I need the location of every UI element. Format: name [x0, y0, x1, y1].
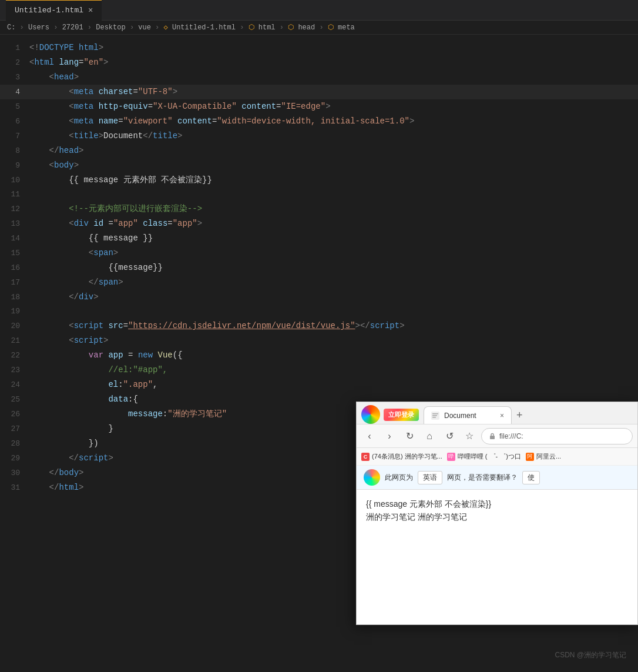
line-16: 16 {{message}}: [0, 260, 638, 275]
line-24: 24 el:".app",: [0, 377, 638, 392]
tab-document-title: Document: [444, 412, 476, 420]
translate-text1: 此网页为: [385, 473, 413, 483]
csdn-footer: CSDN @洲的学习笔记: [555, 650, 626, 660]
tab-label: Untitled-1.html: [15, 6, 83, 15]
lock-icon: [489, 433, 496, 440]
csdn-bookmark-label: (74条消息) 洲的学习笔...: [372, 452, 442, 461]
browser-content-line1: {{ message 元素外部 不会被渲染}}: [366, 499, 628, 510]
browser-tab-close[interactable]: ×: [500, 412, 504, 420]
title-bar: Untitled-1.html ×: [0, 0, 638, 21]
line-20: 20 <script src="https://cdn.jsdelivr.net…: [0, 319, 638, 333]
address-text: file:///C:: [499, 432, 523, 440]
svg-rect-3: [432, 417, 436, 418]
home-button[interactable]: ⌂: [421, 428, 438, 444]
line-5: 5 <meta http-equiv="X-UA-Compatible" con…: [0, 99, 638, 114]
login-button[interactable]: 立即登录: [384, 409, 419, 421]
bookmark-bilibili[interactable]: 哔 哔哩哔哩 ( ゜- ゜)つ口: [447, 452, 521, 461]
breadcrumb: C: › Users › 27201 › Desktop › vue › ◇ U…: [0, 21, 638, 35]
translate-lang-button[interactable]: 英语: [418, 471, 442, 484]
tab-favicon-icon: [431, 412, 439, 420]
translate-confirm-button[interactable]: 使: [522, 471, 540, 484]
breadcrumb-path: C: › Users › 27201 › Desktop › vue › ◇ U…: [7, 23, 355, 32]
translation-bar: 此网页为 英语 网页，是否需要翻译？ 使: [357, 466, 637, 490]
address-bar[interactable]: file:///C:: [481, 428, 633, 444]
forward-button[interactable]: ›: [381, 428, 398, 444]
line-11: 11: [0, 188, 638, 202]
browser-toolbar: ‹ › ↻ ⌂ ↺ ☆ file:///C:: [357, 424, 637, 448]
line-21: 21 <script>: [0, 333, 638, 348]
arc-logo: [361, 405, 380, 424]
line-8: 8 </head>: [0, 143, 638, 158]
line-10: 10 {{ message 元素外部 不会被渲染}}: [0, 173, 638, 188]
back-button[interactable]: ‹: [361, 428, 378, 444]
line-12: 12 <!--元素内部可以进行嵌套渲染-->: [0, 202, 638, 216]
reload-button[interactable]: ↻: [401, 428, 418, 444]
bilibili-bookmark-icon: 哔: [447, 453, 455, 461]
tab-close-button[interactable]: ×: [88, 6, 93, 15]
line-4: 4 <meta charset="UTF-8">: [0, 85, 638, 99]
browser-tab-active[interactable]: Document ×: [424, 406, 512, 424]
bookmark-aliyun[interactable]: 阿 阿里云...: [526, 452, 561, 461]
arc-translate-logo: [364, 469, 380, 486]
translate-text2: 网页，是否需要翻译？: [447, 473, 518, 483]
new-tab-button[interactable]: +: [512, 406, 528, 424]
star-button[interactable]: ☆: [461, 428, 478, 444]
line-7: 7 <title>Document</title>: [0, 129, 638, 143]
browser-content: {{ message 元素外部 不会被渲染}} 洲的学习笔记 洲的学习笔记: [357, 490, 637, 624]
aliyun-bookmark-label: 阿里云...: [536, 452, 561, 461]
svg-rect-4: [490, 436, 495, 439]
line-19: 19: [0, 305, 638, 319]
csdn-footer-label: CSDN @洲的学习笔记: [555, 651, 626, 659]
bookmark-csdn[interactable]: C (74条消息) 洲的学习笔...: [361, 452, 442, 461]
bilibili-bookmark-label: 哔哩哔哩 ( ゜- ゜)つ口: [458, 452, 521, 461]
line-6: 6 <meta name="viewport" content="width=d…: [0, 114, 638, 129]
line-22: 22 var app = new Vue({: [0, 348, 638, 363]
browser-content-line2: 洲的学习笔记 洲的学习笔记: [366, 512, 628, 523]
browser-tab-bar: 立即登录 Document × +: [357, 402, 637, 424]
line-2: 2 <html lang="en">: [0, 55, 638, 70]
line-13: 13 <div id ="app" class="app">: [0, 216, 638, 231]
line-23: 23 //el:"#app",: [0, 363, 638, 377]
line-9: 9 <body>: [0, 158, 638, 173]
line-17: 17 </span>: [0, 275, 638, 290]
browser-bookmark-bar: C (74条消息) 洲的学习笔... 哔 哔哩哔哩 ( ゜- ゜)つ口 阿 阿里…: [357, 448, 637, 466]
line-14: 14 {{ message }}: [0, 231, 638, 246]
editor-tab[interactable]: Untitled-1.html ×: [6, 0, 102, 21]
back-button2[interactable]: ↺: [441, 428, 458, 444]
line-15: 15 <span>: [0, 246, 638, 260]
line-18: 18 </div>: [0, 290, 638, 305]
browser-window: 立即登录 Document × + ‹ › ↻ ⌂ ↺ ☆ file:///C:: [356, 402, 638, 625]
csdn-bookmark-icon: C: [361, 453, 370, 461]
line-1: 1 <!DOCTYPE html>: [0, 41, 638, 55]
line-3: 3 <head>: [0, 70, 638, 85]
svg-rect-1: [432, 413, 438, 414]
svg-rect-2: [432, 415, 437, 416]
aliyun-bookmark-icon: 阿: [526, 453, 534, 461]
